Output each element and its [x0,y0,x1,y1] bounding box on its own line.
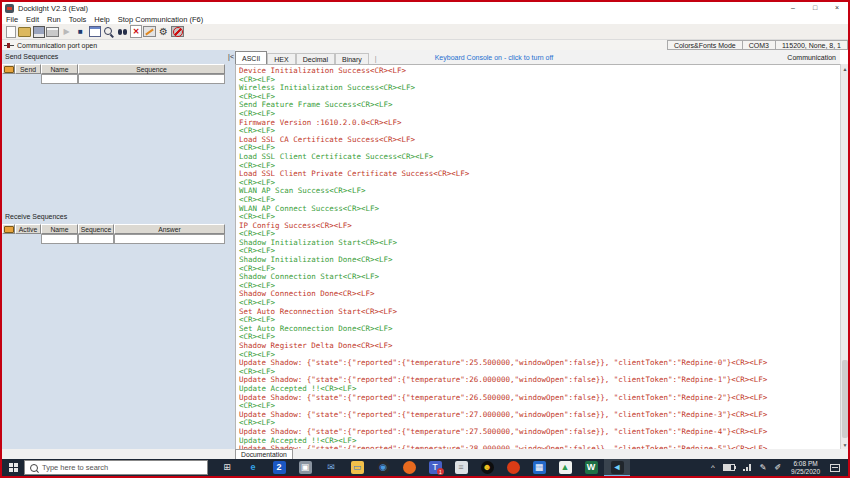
find-binoculars-icon[interactable] [116,25,129,38]
stop-communication-icon[interactable]: ■ [74,25,87,38]
file-explorer-icon[interactable]: ▭ [344,459,370,476]
send-sequence-input[interactable] [78,74,225,84]
terminal-line: WLAN AP Scan Success<CR><LF> [239,187,840,196]
save-project-icon[interactable] [32,25,45,38]
network-icon[interactable] [743,464,752,471]
start-communication-icon[interactable]: ▶ [60,25,73,38]
receive-sequences-title: Receive Sequences [5,213,67,220]
colors-fonts-mode-box[interactable]: Colors&Fonts Mode [667,40,742,50]
folder-icon [4,66,14,73]
sequences-panel: Send Sequences Send Name Sequence Receiv… [2,50,226,449]
system-tray: ^ ✎ ✐ 6:08 PM 9/25/2020 [707,460,848,475]
send-col-header: Send [15,64,41,74]
green-w-app-icon[interactable]: W [578,459,604,476]
port-settings-box[interactable]: 115200, None, 8, 1 [775,40,848,50]
receive-sequence-input[interactable] [78,234,114,244]
taskbar-clock[interactable]: 6:08 PM 9/25/2020 [791,460,820,475]
orange-browser-icon[interactable] [396,459,422,476]
receive-name-input[interactable] [41,234,78,244]
maximize-button[interactable]: □ [804,2,826,14]
communication-terminal[interactable]: Device Initialization Success<CR><LF><CR… [235,64,840,449]
dark-assistant-glyph: ☻ [481,461,494,474]
clear-communication-icon[interactable]: ✕ [130,25,142,38]
menu-edit[interactable]: Edit [22,15,43,24]
zoom-icon[interactable] [102,25,115,38]
tab-binary[interactable]: Binary [335,53,369,64]
serial-plug-icon [4,43,14,48]
vertical-scrollbar[interactable]: ▲ ▼ [840,64,848,449]
blue-grid-app-glyph: ▦ [533,461,546,474]
terminal-line: Set Auto Reconnection Done<CR><LF> [239,325,840,334]
collapse-panel-button[interactable]: |< [228,53,234,60]
dark-globe-app-glyph: ◉ [377,461,390,474]
notification-center-icon[interactable] [830,464,840,472]
menu-run[interactable]: Run [43,15,65,24]
mail-icon[interactable]: ✉ [318,459,344,476]
dark-assistant-icon[interactable]: ☻ [474,459,500,476]
new-project-icon[interactable] [4,25,17,38]
chat-app-icon[interactable]: T1 [422,459,448,476]
active-col-header: Active [15,224,41,234]
red-sphere-app-icon[interactable] [500,459,526,476]
tray-expand-icon[interactable]: ^ [711,463,715,472]
task-view-icon[interactable]: ⊞ [214,459,240,476]
send-name-input[interactable] [41,74,78,84]
terminal-line: Shadow Register Delta Done<CR><LF> [239,342,840,351]
scroll-up-icon[interactable]: ▲ [841,64,849,73]
menu-stop-communication[interactable]: Stop Communication (F6) [114,15,207,24]
docklight-active-glyph: ◄ [611,461,624,474]
documentation-tab[interactable]: Documentation [235,449,293,459]
docklight-active-icon[interactable]: ◄ [604,459,630,476]
start-button[interactable] [2,459,24,476]
terminal-line: Shadow Connection Start<CR><LF> [239,273,840,282]
minimize-button[interactable]: – [782,2,804,14]
orange-browser-glyph [403,461,416,474]
sticky-notes-icon[interactable]: ≡ [448,459,474,476]
options-gear-icon[interactable]: ⚙ [157,25,170,38]
pen-icon[interactable]: ✎ [760,463,767,472]
menu-tools[interactable]: Tools [65,15,91,24]
terminal-line: WLAN AP Connect Success<CR><LF> [239,205,840,214]
link2-app-icon[interactable]: 2 [266,459,292,476]
tab-decimal[interactable]: Decimal [296,53,335,64]
scrollbar-thumb[interactable] [842,360,848,438]
docklight-window: Docklight V2.3 (Eval) – □ × File Edit Ru… [0,0,850,478]
stylus-icon[interactable]: ✐ [774,463,781,472]
keyboard-console-icon[interactable] [143,26,156,37]
tab-hex[interactable]: HEX [267,53,295,64]
green-image-app-icon[interactable]: ▲ [552,459,578,476]
blue-grid-app-icon[interactable]: ▦ [526,459,552,476]
notification-badge: 1 [437,468,444,475]
close-button[interactable]: × [826,2,848,14]
microsoft-store-icon[interactable]: ▣ [292,459,318,476]
terminal-line: Load SSL Client Certificate Success<CR><… [239,153,840,162]
toolbar: ▶ ■ ✕ ⚙ [2,24,848,40]
clock-time: 6:08 PM [793,460,817,468]
open-project-icon[interactable] [18,25,31,38]
sequence-col-header: Sequence [78,64,225,74]
edge-browser-icon[interactable]: e [240,459,266,476]
edge-browser-glyph: e [247,461,260,474]
receive-answer-input[interactable] [114,234,225,244]
taskbar-search-input[interactable]: Type here to search [24,460,208,475]
name-col-header: Name [41,224,78,234]
terminal-line: Shadow Initialization Start<CR><LF> [239,239,840,248]
keyboard-console-link[interactable]: Keyboard Console on - click to turn off [435,52,554,64]
project-settings-icon[interactable] [88,25,101,38]
terminal-line: Shadow Initialization Done<CR><LF> [239,256,840,265]
window-title: Docklight V2.3 (Eval) [18,4,88,13]
com-port-box[interactable]: COM3 [742,40,775,50]
print-icon[interactable] [46,25,59,38]
menu-help[interactable]: Help [90,15,113,24]
dark-globe-app-icon[interactable]: ◉ [370,459,396,476]
bottom-tab-strip: Documentation [2,449,848,459]
scroll-down-icon[interactable]: ▼ [841,440,849,449]
menu-bar: File Edit Run Tools Help Stop Communicat… [2,14,848,24]
comm-channel-alias-icon[interactable] [171,26,184,37]
tab-ascii[interactable]: ASCII [235,51,267,64]
terminal-line: Send Feature Frame Success<CR><LF> [239,101,840,110]
panel-splitter[interactable]: |< [226,50,235,449]
red-sphere-app-glyph [507,461,520,474]
battery-icon[interactable] [723,464,735,471]
menu-file[interactable]: File [2,15,22,24]
